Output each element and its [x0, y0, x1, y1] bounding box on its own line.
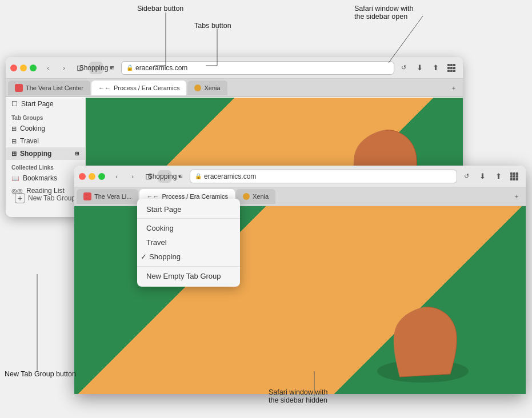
traffic-lights-bottom [79, 173, 105, 180]
sidebar-top: ☐ Start Page Tab Groups ⊞ Cooking ⊞ Trav… [6, 98, 86, 217]
sidebar-shopping[interactable]: ⊞ Shopping ⊞ [6, 147, 85, 160]
close-button-bottom[interactable] [79, 173, 86, 180]
dropdown-shopping[interactable]: ✓Shopping [137, 250, 240, 264]
reload-button-bottom[interactable]: ↺ [459, 170, 473, 183]
tab-group-selector-top[interactable]: Shopping ▾ [89, 62, 103, 74]
dropdown-start-page[interactable]: Start Page [137, 202, 240, 219]
clay-piece-svg-bottom [366, 297, 480, 388]
tab-xenia-bottom[interactable]: Xenia [236, 189, 275, 204]
new-tab-group-button[interactable]: + New Tab Group [10, 191, 80, 206]
sidebar-cooking[interactable]: ⊞ Cooking [6, 122, 85, 135]
sidebar-start-page[interactable]: ☐ Start Page [6, 98, 85, 110]
tabs-button-top[interactable]: ≡ [105, 62, 119, 74]
tab-era-ceramics[interactable]: ←← Process / Era Ceramics [91, 81, 187, 95]
reload-button-top[interactable]: ↺ [397, 62, 410, 74]
travel-icon: ⊞ [11, 138, 17, 145]
tab-favicon-3 [194, 85, 201, 91]
lock-icon-top: 🔒 [126, 65, 133, 71]
sidebar-travel[interactable]: ⊞ Travel [6, 135, 85, 147]
share-button-bottom[interactable]: ⬆ [491, 170, 505, 183]
annotation-safari-sidebar-open: Safari window withthe sidebar open [354, 5, 414, 21]
tab-favicon-bottom-1 [83, 192, 91, 200]
maximize-button[interactable] [30, 65, 37, 71]
maximize-button-bottom[interactable] [98, 173, 105, 180]
address-bar-top[interactable]: 🔒 eraceramics.com [121, 61, 394, 75]
toolbar-bottom: ‹ › ⊡ Shopping ▾ ≡ 🔒 eraceramics.com ↺ ⬇… [74, 166, 526, 187]
back-button[interactable]: ‹ [41, 62, 55, 74]
safari-window-sidebar-hidden: ‹ › ⊡ Shopping ▾ ≡ 🔒 eraceramics.com ↺ ⬇… [74, 166, 526, 394]
tab-group-dropdown: Start Page Cooking Travel ✓Shopping New … [137, 199, 240, 287]
grid-button-bottom[interactable] [507, 170, 521, 183]
lock-icon-bottom: 🔒 [195, 173, 202, 179]
toolbar-top: ‹ › ⊡ Shopping ▾ ≡ 🔒 eraceramics.com ↺ ⬇… [6, 57, 463, 79]
shopping-grid-icon: ⊞ [75, 151, 79, 156]
shopping-icon: ⊞ [11, 150, 17, 158]
new-tab-button-top[interactable]: + [447, 82, 461, 94]
grid-icon-top [447, 64, 455, 72]
tab-vera-list[interactable]: The Vera List Center [8, 81, 90, 95]
tab-bar-top: The Vera List Center ←← Process / Era Ce… [6, 79, 463, 97]
tab-favicon-bottom-3 [243, 193, 250, 200]
sidebar-collected-links-label: Collected Links [6, 160, 85, 172]
minimize-button[interactable] [20, 65, 27, 71]
bookmarks-icon: 📖 [11, 175, 19, 182]
start-page-icon: ☐ [11, 100, 18, 108]
grid-button-top[interactable] [445, 62, 458, 74]
sidebar-bookmarks[interactable]: 📖 Bookmarks [6, 172, 85, 184]
checkmark-icon: ✓ [141, 252, 147, 261]
traffic-lights-top [10, 65, 37, 71]
annotation-tabs-button: Tabs button [194, 22, 231, 30]
annotation-sidebar-button: Sidebar button [137, 5, 183, 13]
cooking-icon: ⊞ [11, 125, 17, 132]
dropdown-cooking[interactable]: Cooking [137, 221, 240, 235]
annotation-new-tab-group: New Tab Group button [5, 370, 76, 378]
download-button-bottom[interactable]: ⬇ [475, 170, 489, 183]
tab-vera-list-bottom[interactable]: The Vera Li... [77, 189, 138, 204]
tab-favicon-1 [15, 84, 23, 92]
tab-xenia[interactable]: Xenia [187, 81, 227, 95]
minimize-button-bottom[interactable] [89, 173, 95, 180]
forward-button-bottom[interactable]: › [126, 170, 139, 183]
dropdown-travel[interactable]: Travel [137, 235, 240, 250]
forward-button[interactable]: › [57, 62, 71, 74]
new-tab-group-icon: + [15, 193, 25, 203]
share-button-top[interactable]: ⬆ [429, 62, 442, 74]
sidebar-tab-groups-label: Tab Groups [6, 110, 85, 122]
dropdown-new-empty[interactable]: New Empty Tab Group [137, 269, 240, 283]
svg-line-6 [389, 16, 423, 63]
dropdown-separator [137, 266, 240, 267]
back-button-bottom[interactable]: ‹ [110, 170, 123, 183]
download-button-top[interactable]: ⬇ [413, 62, 426, 74]
close-button[interactable] [10, 65, 17, 71]
address-bar-bottom[interactable]: 🔒 eraceramics.com [190, 170, 457, 183]
grid-icon-bottom [510, 172, 518, 180]
tabs-button-bottom[interactable]: ≡ [174, 170, 187, 183]
new-tab-button-bottom[interactable]: + [510, 190, 523, 203]
tab-group-selector-bottom[interactable]: Shopping ▾ [158, 170, 171, 183]
